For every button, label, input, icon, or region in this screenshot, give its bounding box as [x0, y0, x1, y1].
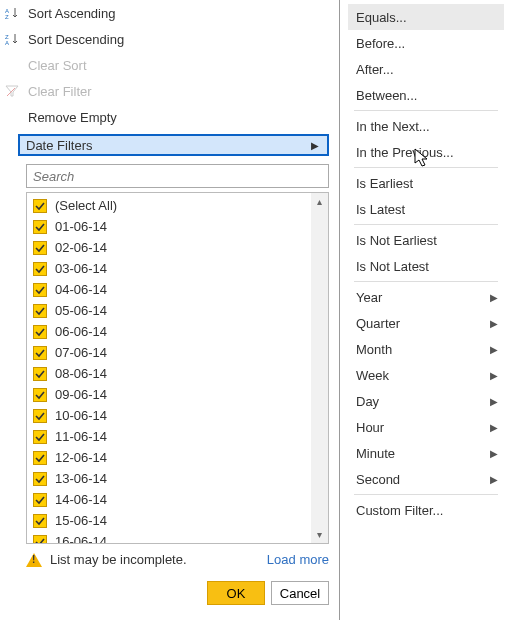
warning-icon: [26, 553, 42, 567]
list-item[interactable]: 09-06-14: [27, 384, 311, 405]
submenu-arrow-icon: ▶: [490, 344, 498, 355]
submenu-is-earliest[interactable]: Is Earliest: [348, 170, 504, 196]
load-more-link[interactable]: Load more: [267, 552, 329, 567]
list-item[interactable]: 06-06-14: [27, 321, 311, 342]
submenu-month[interactable]: Month▶: [348, 336, 504, 362]
submenu-before[interactable]: Before...: [348, 30, 504, 56]
separator: [354, 281, 498, 282]
checkbox-checked-icon[interactable]: [33, 430, 47, 444]
sort-desc-label: Sort Descending: [28, 32, 124, 47]
list-item-label: 13-06-14: [55, 471, 107, 486]
list-item[interactable]: 05-06-14: [27, 300, 311, 321]
select-all-item[interactable]: (Select All): [27, 195, 311, 216]
checkbox-checked-icon[interactable]: [33, 514, 47, 528]
checkbox-checked-icon[interactable]: [33, 325, 47, 339]
checkbox-checked-icon[interactable]: [33, 535, 47, 544]
scroll-up-icon[interactable]: ▴: [313, 195, 326, 208]
checkbox-checked-icon[interactable]: [33, 472, 47, 486]
clear-filter: Clear Filter: [0, 78, 339, 104]
search-box: [26, 164, 329, 188]
date-filters[interactable]: Date Filters ▶: [18, 134, 329, 156]
filter-values-list: (Select All)01-06-1402-06-1403-06-1404-0…: [26, 192, 329, 544]
list-item-label: 06-06-14: [55, 324, 107, 339]
list-item[interactable]: 02-06-14: [27, 237, 311, 258]
scrollbar[interactable]: ▴ ▾: [311, 193, 328, 543]
list-item-label: 09-06-14: [55, 387, 107, 402]
checkbox-checked-icon[interactable]: [33, 304, 47, 318]
checkbox-checked-icon[interactable]: [33, 493, 47, 507]
list-item[interactable]: 01-06-14: [27, 216, 311, 237]
dialog-buttons: OK Cancel: [0, 581, 329, 605]
list-item-label: 02-06-14: [55, 240, 107, 255]
list-footer: List may be incomplete. Load more: [26, 552, 329, 567]
submenu-arrow-icon: ▶: [490, 396, 498, 407]
submenu-custom-filter[interactable]: Custom Filter...: [348, 497, 504, 523]
submenu-after[interactable]: After...: [348, 56, 504, 82]
checkbox-checked-icon[interactable]: [33, 346, 47, 360]
warning-text: List may be incomplete.: [50, 552, 187, 567]
list-item[interactable]: 11-06-14: [27, 426, 311, 447]
search-input[interactable]: [26, 164, 329, 188]
checkbox-checked-icon[interactable]: [33, 220, 47, 234]
clear-filter-label: Clear Filter: [28, 84, 92, 99]
submenu-hour[interactable]: Hour▶: [348, 414, 504, 440]
checkbox-checked-icon[interactable]: [33, 199, 47, 213]
list-item[interactable]: 15-06-14: [27, 510, 311, 531]
cancel-button[interactable]: Cancel: [271, 581, 329, 605]
submenu-in-next[interactable]: In the Next...: [348, 113, 504, 139]
submenu-year[interactable]: Year▶: [348, 284, 504, 310]
list-item-label: 08-06-14: [55, 366, 107, 381]
list-item[interactable]: 12-06-14: [27, 447, 311, 468]
scroll-down-icon[interactable]: ▾: [313, 528, 326, 541]
svg-text:Z: Z: [5, 14, 9, 20]
list-item[interactable]: 16-06-14: [27, 531, 311, 543]
sort-descending[interactable]: ZA Sort Descending: [0, 26, 339, 52]
date-filters-label: Date Filters: [26, 138, 92, 153]
list-item-label: 05-06-14: [55, 303, 107, 318]
checkbox-checked-icon[interactable]: [33, 262, 47, 276]
list-item-label: 10-06-14: [55, 408, 107, 423]
list-item-label: 16-06-14: [55, 534, 107, 543]
checkbox-checked-icon[interactable]: [33, 451, 47, 465]
checkbox-checked-icon[interactable]: [33, 367, 47, 381]
submenu-is-latest[interactable]: Is Latest: [348, 196, 504, 222]
remove-empty[interactable]: Remove Empty: [0, 104, 339, 130]
list-item[interactable]: 10-06-14: [27, 405, 311, 426]
submenu-arrow-icon: ▶: [490, 448, 498, 459]
separator: [354, 224, 498, 225]
list-item-label: 14-06-14: [55, 492, 107, 507]
submenu-arrow-icon: ▶: [490, 370, 498, 381]
submenu-second[interactable]: Second▶: [348, 466, 504, 492]
submenu-between[interactable]: Between...: [348, 82, 504, 108]
submenu-quarter[interactable]: Quarter▶: [348, 310, 504, 336]
checkbox-checked-icon[interactable]: [33, 241, 47, 255]
sort-ascending[interactable]: AZ Sort Ascending: [0, 0, 339, 26]
list-item[interactable]: 08-06-14: [27, 363, 311, 384]
submenu-arrow-icon: ▶: [311, 140, 319, 151]
list-item-label: 12-06-14: [55, 450, 107, 465]
list-item[interactable]: 13-06-14: [27, 468, 311, 489]
submenu-is-not-latest[interactable]: Is Not Latest: [348, 253, 504, 279]
submenu-day[interactable]: Day▶: [348, 388, 504, 414]
submenu-is-not-earliest[interactable]: Is Not Earliest: [348, 227, 504, 253]
submenu-in-previous[interactable]: In the Previous...: [348, 139, 504, 165]
list-item-label: 03-06-14: [55, 261, 107, 276]
list-item-label: 04-06-14: [55, 282, 107, 297]
list-item[interactable]: 14-06-14: [27, 489, 311, 510]
checkbox-checked-icon[interactable]: [33, 283, 47, 297]
list-item[interactable]: 04-06-14: [27, 279, 311, 300]
checkbox-checked-icon[interactable]: [33, 409, 47, 423]
ok-button[interactable]: OK: [207, 581, 265, 605]
remove-empty-label: Remove Empty: [28, 110, 117, 125]
submenu-equals[interactable]: Equals...: [348, 4, 504, 30]
list-item[interactable]: 07-06-14: [27, 342, 311, 363]
submenu-minute[interactable]: Minute▶: [348, 440, 504, 466]
list-item-label: 11-06-14: [55, 429, 107, 444]
svg-text:A: A: [5, 40, 9, 46]
submenu-arrow-icon: ▶: [490, 474, 498, 485]
sort-asc-label: Sort Ascending: [28, 6, 115, 21]
list-item[interactable]: 03-06-14: [27, 258, 311, 279]
submenu-week[interactable]: Week▶: [348, 362, 504, 388]
checkbox-checked-icon[interactable]: [33, 388, 47, 402]
filter-menu: AZ Sort Ascending ZA Sort Descending Cle…: [0, 0, 340, 620]
